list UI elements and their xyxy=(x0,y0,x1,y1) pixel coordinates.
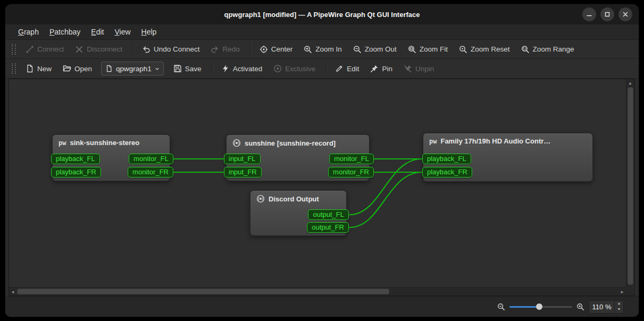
pipewire-icon: pw xyxy=(58,139,66,147)
node-header: pw Family 17h/19h HD Audio Contr… xyxy=(423,133,592,145)
zoom-spin-up[interactable]: ▴ xyxy=(615,301,623,307)
zoom-spin-arrows: ▴ ▾ xyxy=(614,301,623,313)
port-output-fl[interactable]: output_FL xyxy=(308,209,349,220)
node-sink-sunshine-stereo[interactable]: pw sink-sunshine-stereo playback_FL play… xyxy=(52,134,170,181)
scroll-right-arrow[interactable]: ▸ xyxy=(618,288,626,295)
vertical-scroll-handle[interactable] xyxy=(628,87,633,285)
undo-icon xyxy=(142,45,150,54)
port-input-playback-fr[interactable]: playback_FR xyxy=(51,167,101,178)
port-input-playback-fl[interactable]: playback_FL xyxy=(51,154,100,164)
redo-icon xyxy=(211,45,219,54)
menu-help[interactable]: Help xyxy=(136,26,162,38)
zoom-reset-icon xyxy=(459,45,467,54)
zoom-out-button[interactable]: Zoom Out xyxy=(349,43,401,56)
port-input-playback-fl[interactable]: playback_FL xyxy=(422,154,471,164)
port-output-monitor-fr[interactable]: monitor_FR xyxy=(128,167,173,178)
zoom-slider[interactable] xyxy=(509,302,572,311)
horizontal-scroll-handle[interactable] xyxy=(17,289,389,294)
pin-button[interactable]: Pin xyxy=(366,62,397,75)
connect-button[interactable]: Connect xyxy=(21,43,68,56)
activated-button[interactable]: Activated xyxy=(217,62,267,75)
menu-edit[interactable]: Edit xyxy=(86,26,109,38)
scrollbar-corner xyxy=(626,287,634,295)
horizontal-scrollbar[interactable]: ◂ ▸ xyxy=(9,287,626,295)
title-bar[interactable]: qpwgraph1 [modified] — A PipeWire Graph … xyxy=(5,4,639,24)
zoom-fit-button[interactable]: Zoom Fit xyxy=(404,43,452,56)
unpin-label: Unpin xyxy=(415,65,434,73)
scroll-up-arrow[interactable]: ▴ xyxy=(626,79,634,87)
zoom-value-input[interactable] xyxy=(589,301,614,313)
node-title: Family 17h/19h HD Audio Contr… xyxy=(440,137,550,145)
port-input-playback-fr[interactable]: playback_FR xyxy=(422,167,472,178)
status-bar: ▴ ▾ xyxy=(5,296,639,317)
vertical-scrollbar[interactable]: ▴ ▾ xyxy=(626,79,634,295)
zoom-fit-icon xyxy=(408,45,416,54)
graph-toolbar: Connect Disconnect Undo Connect Redo Cen… xyxy=(5,40,639,59)
new-file-icon xyxy=(26,64,34,73)
exclusive-button[interactable]: Exclusive xyxy=(269,62,320,75)
new-label: New xyxy=(37,65,52,73)
exclusive-label: Exclusive xyxy=(285,65,315,73)
save-button[interactable]: Save xyxy=(169,62,206,75)
open-folder-icon xyxy=(63,64,71,73)
minimize-icon xyxy=(587,12,592,17)
center-label: Center xyxy=(271,45,293,53)
edit-button[interactable]: Edit xyxy=(331,62,363,75)
unpin-icon xyxy=(404,64,412,73)
zoom-range-button[interactable]: Zoom Range xyxy=(517,43,579,56)
patchbay-toolbar: New Open qpwgraph1 Save Activated xyxy=(5,59,639,79)
zoom-spin-down[interactable]: ▾ xyxy=(615,307,623,313)
node-sunshine-record[interactable]: sunshine [sunshine-record] input_FL inpu… xyxy=(226,134,370,181)
port-output-monitor-fl[interactable]: monitor_FL xyxy=(329,154,374,164)
node-title: sink-sunshine-stereo xyxy=(70,139,139,147)
zoom-slider-handle[interactable] xyxy=(536,303,542,310)
unpin-button[interactable]: Unpin xyxy=(399,62,438,75)
center-button[interactable]: Center xyxy=(255,43,297,56)
port-input-fr[interactable]: input_FR xyxy=(224,167,262,178)
zoom-range-icon xyxy=(521,45,530,54)
toolbar-separator xyxy=(133,44,134,55)
pin-label: Pin xyxy=(382,65,392,73)
menu-graph[interactable]: Graph xyxy=(13,26,44,38)
toolbar-separator xyxy=(250,44,252,55)
toolbar-separator xyxy=(212,63,213,74)
node-discord-output[interactable]: Discord Output output_FL output_FR xyxy=(250,190,347,236)
toolbar-drag-handle[interactable] xyxy=(12,44,16,55)
undo-connect-button[interactable]: Undo Connect xyxy=(138,43,204,56)
patchbay-select[interactable]: qpwgraph1 xyxy=(101,62,164,75)
node-family-hd-audio[interactable]: pw Family 17h/19h HD Audio Contr… playba… xyxy=(423,133,593,182)
disconnect-label: Disconnect xyxy=(87,45,122,53)
zoom-out-icon xyxy=(353,45,362,54)
redo-button[interactable]: Redo xyxy=(206,43,244,56)
close-button[interactable] xyxy=(618,7,632,21)
graph-canvas-frame: pw sink-sunshine-stereo playback_FL play… xyxy=(9,79,635,296)
open-button[interactable]: Open xyxy=(58,62,96,75)
scroll-left-arrow[interactable]: ◂ xyxy=(9,288,16,295)
zoom-in-button[interactable]: Zoom In xyxy=(299,43,346,56)
new-button[interactable]: New xyxy=(21,62,56,75)
menu-patchbay[interactable]: Patchbay xyxy=(44,26,86,38)
zoom-reset-button[interactable]: Zoom Reset xyxy=(455,43,514,56)
close-icon xyxy=(623,12,628,17)
stream-icon xyxy=(232,139,241,147)
port-output-fr[interactable]: output_FR xyxy=(307,222,349,233)
zoom-in-label: Zoom In xyxy=(315,45,342,53)
connection-edges xyxy=(9,79,626,287)
port-output-monitor-fl[interactable]: monitor_FL xyxy=(129,154,173,164)
node-title: Discord Output xyxy=(269,195,319,203)
toolbar-drag-handle[interactable] xyxy=(12,63,16,74)
menu-view[interactable]: View xyxy=(109,26,136,38)
disconnect-button[interactable]: Disconnect xyxy=(71,43,127,56)
minimize-button[interactable] xyxy=(582,7,596,21)
port-input-fl[interactable]: input_FL xyxy=(224,154,261,164)
maximize-button[interactable] xyxy=(600,7,614,21)
port-output-monitor-fr[interactable]: monitor_FR xyxy=(328,167,374,178)
activated-label: Activated xyxy=(233,65,263,73)
edit-label: Edit xyxy=(347,65,359,73)
app-window: qpwgraph1 [modified] — A PipeWire Graph … xyxy=(5,4,639,317)
undo-connect-label: Undo Connect xyxy=(154,45,199,53)
connect-label: Connect xyxy=(37,45,64,53)
statusbar-zoom-out-icon[interactable] xyxy=(497,303,505,311)
statusbar-zoom-in-icon[interactable] xyxy=(576,303,584,311)
graph-canvas[interactable]: pw sink-sunshine-stereo playback_FL play… xyxy=(9,79,626,287)
